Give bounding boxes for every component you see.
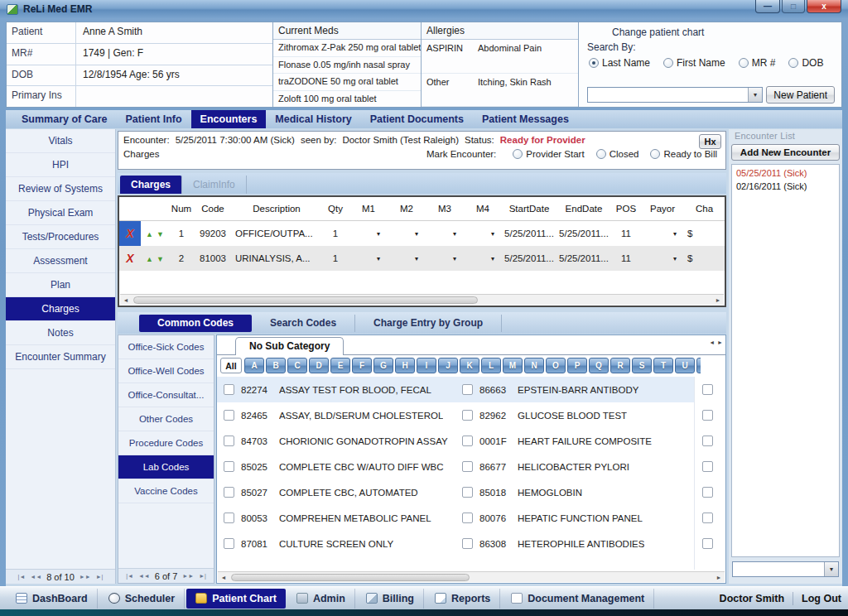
sidebar-item[interactable]: Physical Exam xyxy=(6,201,115,225)
alphabet-letter-button[interactable]: V xyxy=(696,358,701,373)
payor-dropdown-icon[interactable] xyxy=(641,246,684,271)
main-tab[interactable]: Medical History xyxy=(266,110,360,128)
first-page-icon[interactable] xyxy=(18,574,26,580)
code-item[interactable]: 84703 CHORIONIC GONADOTROPIN ASSAY xyxy=(217,428,455,454)
last-page-icon[interactable] xyxy=(96,574,104,580)
m4-dropdown-icon[interactable] xyxy=(464,221,502,246)
taskbar-item[interactable]: Patient Chart xyxy=(186,589,286,609)
alphabet-letter-button[interactable]: F xyxy=(352,358,372,373)
alphabet-letter-button[interactable]: G xyxy=(373,358,393,373)
radio-icon[interactable] xyxy=(589,58,599,68)
m2-dropdown-icon[interactable] xyxy=(388,221,426,246)
sub-category-tab[interactable]: No Sub Category xyxy=(235,337,344,355)
sidebar-item[interactable]: Vitals xyxy=(6,129,115,153)
checkbox-icon[interactable] xyxy=(224,436,234,446)
alphabet-letter-button[interactable]: O xyxy=(546,358,566,373)
mark-encounter-option[interactable]: Ready to Bill xyxy=(650,149,717,159)
alphabet-letter-button[interactable]: J xyxy=(438,358,458,373)
charge-tab[interactable]: Charges xyxy=(120,176,182,194)
code-item[interactable]: 85025 COMPLETE CBC W/AUTO DIFF WBC xyxy=(217,454,455,479)
new-patient-button[interactable]: New Patient xyxy=(766,86,835,103)
code-category-item[interactable]: Lab Codes xyxy=(118,455,214,479)
code-item[interactable]: 80076 HEPATIC FUNCTION PANEL xyxy=(455,505,694,531)
alphabet-letter-button[interactable]: E xyxy=(330,358,350,373)
alphabet-letter-button[interactable]: Q xyxy=(589,358,609,373)
scroll-right-icon[interactable] xyxy=(713,296,723,304)
search-by-option[interactable]: Last Name xyxy=(589,57,650,69)
codes-horizontal-scrollbar[interactable] xyxy=(218,571,725,582)
alphabet-letter-button[interactable]: K xyxy=(460,358,479,373)
alphabet-letter-button[interactable]: M xyxy=(503,358,523,373)
codes-tab[interactable]: Common Codes xyxy=(139,315,252,332)
code-category-item[interactable]: Other Codes xyxy=(118,407,214,431)
code-category-item[interactable]: Vaccine Codes xyxy=(118,479,214,503)
close-button[interactable]: x xyxy=(807,0,841,13)
code-item[interactable]: 82465 ASSAY, BLD/SERUM CHOLESTEROL xyxy=(217,402,455,428)
checkbox-icon[interactable] xyxy=(702,513,713,523)
main-tab[interactable]: Patient Documents xyxy=(361,110,473,128)
alphabet-letter-button[interactable]: R xyxy=(610,358,630,373)
sidebar-item[interactable]: Charges xyxy=(6,297,115,321)
add-new-encounter-button[interactable]: Add New Encounter xyxy=(731,144,840,161)
prev-page-icon[interactable] xyxy=(30,574,41,580)
hx-button[interactable]: Hx xyxy=(699,134,721,149)
m3-dropdown-icon[interactable] xyxy=(426,246,464,271)
sidebar-item[interactable]: Tests/Procedures xyxy=(6,225,115,249)
sidebar-item[interactable]: Plan xyxy=(6,273,115,297)
med-item[interactable]: traZODONE 50 mg oral tablet xyxy=(273,74,421,91)
delete-charge-icon[interactable] xyxy=(119,246,141,271)
checkbox-icon[interactable] xyxy=(462,461,473,472)
alphabet-letter-button[interactable]: S xyxy=(632,358,652,373)
next-page-icon[interactable] xyxy=(80,574,91,580)
taskbar-item[interactable]: Billing xyxy=(357,589,424,609)
checkbox-icon[interactable] xyxy=(462,384,473,395)
move-up-icon[interactable] xyxy=(146,229,153,238)
sidebar-item[interactable]: Encounter Summary xyxy=(6,345,115,369)
search-by-option[interactable]: DOB xyxy=(788,57,823,69)
sidebar-item[interactable]: Review of Systems xyxy=(6,177,115,201)
m3-dropdown-icon[interactable] xyxy=(426,221,464,246)
scrollbar-thumb[interactable] xyxy=(231,574,470,581)
search-by-option[interactable]: First Name xyxy=(663,57,725,69)
combo-dropdown-arrow-icon[interactable] xyxy=(748,88,762,102)
taskbar-item[interactable]: Document Management xyxy=(502,589,654,609)
radio-icon[interactable] xyxy=(739,58,749,68)
code-item[interactable]: 86677 HELICOBACTER PYLORI xyxy=(455,454,694,479)
patient-search-value[interactable] xyxy=(588,88,748,102)
checkbox-icon[interactable] xyxy=(462,410,473,421)
code-category-item[interactable]: Procedure Codes xyxy=(118,431,214,455)
code-category-item[interactable]: Office-Well Codes xyxy=(118,359,214,383)
grid-horizontal-scrollbar[interactable] xyxy=(120,294,724,305)
radio-icon[interactable] xyxy=(650,149,660,159)
alphabet-letter-button[interactable]: L xyxy=(481,358,501,373)
med-item[interactable]: Flonase 0.05 mg/inh nasal spray xyxy=(273,57,421,75)
checkbox-icon[interactable] xyxy=(702,436,713,446)
codes-tab[interactable]: Search Codes xyxy=(252,315,355,332)
payor-dropdown-icon[interactable] xyxy=(641,221,684,246)
alphabet-letter-button[interactable]: C xyxy=(287,358,307,373)
scroll-left-icon[interactable] xyxy=(121,296,131,304)
code-category-item[interactable]: Office-Sick Codes xyxy=(118,335,214,359)
alphabet-scroll-right-icon[interactable] xyxy=(717,339,723,345)
encounter-list-item[interactable]: 02/16/2011 (Sick) xyxy=(732,180,839,193)
first-page-icon[interactable] xyxy=(126,573,133,579)
alphabet-letter-button[interactable]: P xyxy=(567,358,587,373)
checkbox-icon[interactable] xyxy=(224,384,234,395)
radio-icon[interactable] xyxy=(788,58,798,68)
allergy-row[interactable]: Other Itching, Skin Rash xyxy=(422,74,578,108)
code-item[interactable]: 82962 GLUCOSE BLOOD TEST xyxy=(455,402,694,428)
main-tab[interactable]: Patient Info xyxy=(117,110,191,128)
checkbox-icon[interactable] xyxy=(224,538,234,549)
mark-encounter-option[interactable]: Provider Start xyxy=(513,149,584,159)
last-page-icon[interactable] xyxy=(199,573,206,579)
main-tab[interactable]: Patient Messages xyxy=(473,110,578,128)
logout-button[interactable]: Log Out xyxy=(802,593,841,604)
search-by-option[interactable]: MR # xyxy=(739,57,776,69)
code-item[interactable]: 86663 EPSTEIN-BARR ANTIBODY xyxy=(455,377,694,402)
main-tab[interactable]: Summary of Care xyxy=(12,110,117,128)
checkbox-icon[interactable] xyxy=(224,410,234,421)
alphabet-letter-button[interactable]: H xyxy=(395,358,415,373)
checkbox-icon[interactable] xyxy=(224,513,234,523)
checkbox-icon[interactable] xyxy=(462,487,473,498)
radio-icon[interactable] xyxy=(663,58,673,68)
